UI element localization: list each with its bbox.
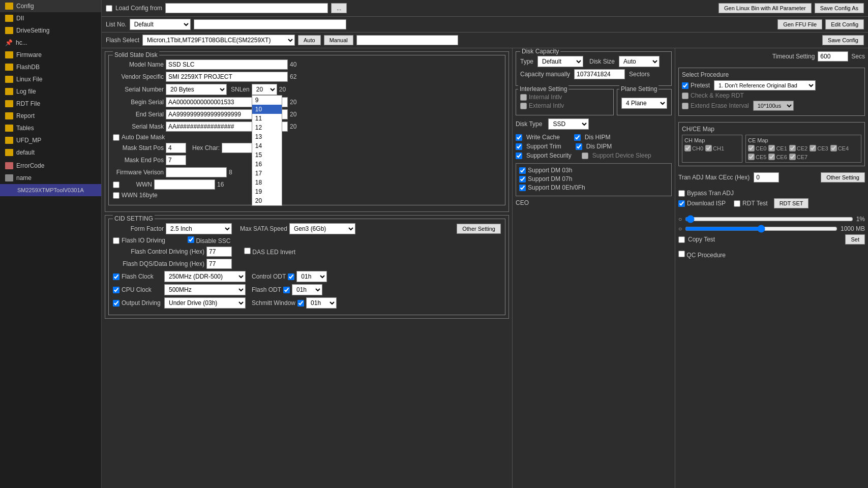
support-dm-07h-checkbox[interactable] [519, 176, 526, 182]
load-config-input[interactable] [165, 3, 328, 13]
sidebar-item-firmware[interactable]: Firmware [0, 49, 101, 61]
capacity-manually-input[interactable] [574, 69, 625, 79]
flash-select-dropdown[interactable]: Micron,1Tbit,MT29F1T08GBLCE(SM2259XT) [142, 35, 295, 46]
snlen-select[interactable]: 20 [252, 84, 277, 95]
support-dm-0eh-checkbox[interactable] [519, 185, 526, 191]
browse-button[interactable]: ... [331, 3, 347, 13]
max-sata-select[interactable]: Gen3 (6Gb) [289, 223, 355, 234]
copy-slider-input-2[interactable] [685, 225, 837, 233]
load-config-checkbox[interactable] [106, 5, 112, 12]
snlen-option-12[interactable]: 12 [252, 123, 282, 132]
ce0-checkbox[interactable] [748, 145, 755, 151]
snlen-option-19[interactable]: 19 [252, 187, 282, 196]
mask-start-input[interactable] [166, 143, 186, 153]
other-setting-btn[interactable]: Other Setting [457, 224, 501, 234]
output-driving-checkbox[interactable] [113, 300, 119, 307]
sidebar-item-logfile[interactable]: Log file [0, 85, 101, 98]
vendor-specific-input[interactable] [166, 72, 288, 82]
copy-slider-input-1[interactable] [685, 215, 853, 223]
sidebar-item-ufdmp[interactable]: UFD_MP [0, 134, 101, 146]
ce3-checkbox[interactable] [810, 145, 816, 151]
set-btn[interactable]: Set [845, 234, 865, 245]
snlen-option-13[interactable]: 13 [252, 132, 282, 141]
snlen-option-11[interactable]: 11 [252, 114, 282, 123]
download-isp-checkbox[interactable] [678, 200, 685, 207]
list-no-select[interactable]: Default [130, 19, 191, 30]
ce1-checkbox[interactable] [768, 145, 775, 151]
control-odt-select[interactable]: 01h [296, 271, 327, 282]
copy-test-checkbox[interactable] [678, 236, 685, 243]
sidebar-item-hc[interactable]: 📌 hc... [0, 37, 101, 49]
snlen-option-14[interactable]: 14 [252, 141, 282, 150]
sidebar-item-tables[interactable]: Tables [0, 122, 101, 134]
snlen-option-10[interactable]: 10 [252, 105, 282, 114]
save-config-as-btn[interactable]: Save Config As [815, 3, 864, 13]
schmitt-checkbox[interactable] [297, 300, 304, 307]
sidebar-item-name[interactable]: name [0, 172, 101, 184]
sidebar-item-errorcode[interactable]: ErrorCode [0, 160, 101, 172]
edit-config-btn[interactable]: Edit Config [825, 19, 864, 29]
support-device-sleep-checkbox[interactable] [582, 152, 588, 159]
bypass-tran-checkbox[interactable] [678, 190, 685, 197]
wwn-16byte-checkbox[interactable] [113, 192, 119, 199]
ch0-checkbox[interactable] [684, 145, 691, 151]
sidebar-item-drivesetting[interactable]: DriveSetting [0, 24, 101, 37]
sidebar-item-report[interactable]: Report [0, 110, 101, 122]
ce4-checkbox[interactable] [830, 145, 837, 151]
wwn-input[interactable] [154, 179, 215, 190]
ch1-checkbox[interactable] [705, 145, 712, 151]
support-security-checkbox[interactable] [516, 152, 522, 159]
dis-dipm-checkbox[interactable] [576, 143, 582, 150]
save-config-btn[interactable]: Save Config [822, 35, 864, 45]
sidebar-item-linuxfile[interactable]: Linux File [0, 73, 101, 85]
flash-odt-select[interactable]: 01h [292, 284, 322, 295]
ce7-checkbox[interactable] [789, 154, 796, 160]
flash-odt-checkbox[interactable] [283, 287, 290, 293]
tran-adj-input[interactable] [754, 172, 779, 182]
sidebar-item-dii[interactable]: DII [0, 12, 101, 24]
pretest-select[interactable]: 1. Don't Reference Original Bad [714, 80, 816, 90]
sidebar-item-tool[interactable]: SM2259XTMPToolV0301A [0, 184, 101, 196]
model-name-input[interactable] [166, 59, 288, 70]
auto-date-mask-checkbox[interactable] [113, 134, 119, 141]
snlen-option-9[interactable]: 9 [252, 96, 282, 105]
gen-linux-btn[interactable]: Gen Linux Bin with All Parameter [719, 3, 812, 13]
hex-char-input[interactable] [222, 143, 252, 153]
disk-type-select[interactable]: SSD [548, 118, 589, 130]
extend-erase-checkbox[interactable] [682, 103, 689, 109]
sidebar-item-rdtfile[interactable]: RDT File [0, 98, 101, 110]
manual-btn[interactable]: Manual [324, 35, 353, 45]
cpu-clock-checkbox[interactable] [113, 287, 119, 293]
other-setting2-btn[interactable]: Other Setting [821, 172, 865, 182]
type-select[interactable]: Default [537, 56, 583, 67]
control-odt-checkbox[interactable] [288, 273, 294, 280]
check-keep-rdt-checkbox[interactable] [682, 93, 689, 99]
ce2-checkbox[interactable] [789, 145, 796, 151]
snlen-option-16[interactable]: 16 [252, 160, 282, 169]
sidebar-item-config[interactable]: Config [0, 0, 101, 12]
cpu-clock-select[interactable]: 500MHz [164, 284, 246, 295]
flash-io-checkbox[interactable] [113, 237, 119, 244]
rdt-test-checkbox[interactable] [734, 200, 740, 207]
ce6-checkbox[interactable] [768, 154, 775, 160]
flash-clock-select[interactable]: 250MHz (DDR-500) [164, 271, 246, 282]
mask-end-input[interactable] [166, 155, 186, 165]
internal-intlv-checkbox[interactable] [520, 94, 527, 101]
dis-hipm-checkbox[interactable] [574, 134, 581, 141]
sidebar-item-flashdb[interactable]: FlashDB [0, 61, 101, 73]
rdt-set-btn[interactable]: RDT SET [774, 198, 809, 208]
qc-procedure-checkbox[interactable] [678, 251, 685, 257]
snlen-option-20[interactable]: 20 [252, 196, 282, 205]
das-led-checkbox[interactable] [244, 248, 251, 254]
disk-size-select[interactable]: Auto [619, 56, 660, 67]
output-driving-select[interactable]: Under Drive (03h) [164, 297, 246, 309]
flash-clock-checkbox[interactable] [113, 273, 119, 280]
write-cache-checkbox[interactable] [516, 134, 522, 141]
support-trim-checkbox[interactable] [516, 143, 522, 150]
support-dm-03h-checkbox[interactable] [519, 167, 526, 174]
serial-bytes-select[interactable]: 20 Bytes [166, 84, 227, 95]
firmware-version-input[interactable] [166, 167, 227, 177]
wwn-checkbox[interactable] [113, 181, 119, 188]
snlen-option-17[interactable]: 17 [252, 169, 282, 178]
snlen-option-18[interactable]: 18 [252, 178, 282, 187]
